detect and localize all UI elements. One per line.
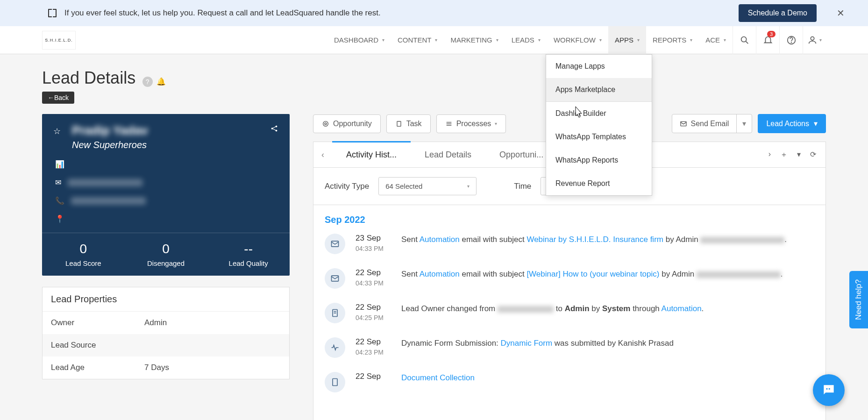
- feed-item: 22 Sep04:25 PM Lead Owner changed from t…: [325, 303, 814, 323]
- send-email-button[interactable]: Send Email ▾: [672, 114, 753, 133]
- chevron-down-icon: ▾: [467, 184, 470, 189]
- feed-text: Sent Automation email with subject Webin…: [401, 234, 787, 246]
- back-button[interactable]: ← Back: [42, 92, 74, 104]
- svg-point-3: [791, 42, 791, 43]
- link-subject[interactable]: Webinar by S.H.I.E.L.D. Insurance firm: [526, 235, 663, 244]
- tab-prev[interactable]: ‹: [313, 150, 332, 160]
- menu-dashlet-builder[interactable]: Dashlet Builder: [546, 101, 652, 125]
- apps-dropdown: Manage Lapps Apps Marketplace Dashlet Bu…: [546, 54, 652, 196]
- location-icon: 📍: [55, 214, 64, 223]
- processes-button[interactable]: Processes ▾: [436, 114, 506, 133]
- nav-leads[interactable]: LEADS▾: [505, 26, 547, 54]
- schedule-demo-button[interactable]: Schedule a Demo: [739, 4, 817, 22]
- chevron-down-icon: ▾: [382, 37, 384, 43]
- need-help-tab[interactable]: Need help?: [849, 271, 868, 328]
- mail-icon: [325, 234, 345, 254]
- clipboard-icon: [395, 120, 403, 128]
- lead-actions-button[interactable]: Lead Actions ▾: [758, 114, 826, 133]
- lead-properties-title: Lead Properties: [43, 287, 289, 312]
- activity-type-select[interactable]: 64 Selected▾: [378, 177, 477, 195]
- chevron-down-icon: ▾: [599, 37, 602, 43]
- tab-activity-history[interactable]: Activity Hist...: [332, 141, 411, 167]
- menu-manage-lapps[interactable]: Manage Lapps: [546, 55, 652, 78]
- stat-disengaged[interactable]: 0Disengaged: [125, 233, 207, 276]
- svg-line-1: [746, 41, 748, 43]
- link-subject[interactable]: [Webinar] How to (your webinar topic): [526, 270, 659, 278]
- nav-reports[interactable]: REPORTS▾: [646, 26, 699, 54]
- tab-next[interactable]: ›: [768, 150, 771, 160]
- send-email-dropdown[interactable]: ▾: [736, 114, 752, 133]
- feed-item: 22 Sep Document Collection: [325, 372, 814, 392]
- feed-text: Dynamic Form Submission: Dynamic Form wa…: [401, 337, 674, 349]
- book-icon: [47, 7, 58, 19]
- logo[interactable]: S.H.I.E.L.D.: [42, 31, 76, 50]
- nav-marketing[interactable]: MARKETING▾: [444, 26, 505, 54]
- mail-icon: [325, 268, 345, 289]
- doc-icon: [325, 303, 345, 323]
- time-label: Time: [514, 182, 531, 191]
- email-icon: ✉: [55, 178, 61, 187]
- menu-revenue-report[interactable]: Revenue Report: [546, 172, 652, 195]
- nav-workflow[interactable]: WORKFLOW▾: [547, 26, 608, 54]
- notification-badge: 3: [767, 31, 776, 37]
- feed-item: 22 Sep04:23 PM Dynamic Form Submission: …: [325, 337, 814, 358]
- tab-refresh[interactable]: ⟳: [810, 150, 816, 160]
- info-icon[interactable]: ?: [142, 77, 153, 87]
- chat-fab[interactable]: [813, 374, 845, 406]
- link-document-collection[interactable]: Document Collection: [401, 373, 475, 382]
- chevron-down-icon: ▾: [724, 37, 726, 43]
- chevron-down-icon: ▾: [435, 37, 437, 43]
- help-button[interactable]: [779, 26, 803, 54]
- activity-type-label: Activity Type: [325, 182, 369, 191]
- bell-small-icon[interactable]: 🔔: [157, 77, 166, 86]
- link-automation[interactable]: Automation: [420, 270, 460, 278]
- link-automation[interactable]: Automation: [420, 235, 460, 244]
- tab-lead-details[interactable]: Lead Details: [411, 142, 485, 168]
- banner-close-button[interactable]: ✕: [837, 7, 845, 19]
- stat-lead-score[interactable]: 0Lead Score: [42, 233, 125, 276]
- menu-apps-marketplace[interactable]: Apps Marketplace: [546, 78, 652, 101]
- chevron-down-icon: ▾: [496, 37, 498, 43]
- opportunity-button[interactable]: Opportunity: [313, 114, 381, 133]
- mail-icon: [680, 120, 687, 128]
- svg-point-9: [325, 123, 327, 125]
- menu-whatsapp-templates[interactable]: WhatsApp Templates: [546, 125, 652, 149]
- lead-phone[interactable]: [71, 197, 146, 205]
- chevron-down-icon: ▾: [690, 37, 692, 43]
- link-dynamic-form[interactable]: Dynamic Form: [501, 339, 553, 348]
- page-title: Lead Details: [42, 68, 135, 88]
- nav-dashboard[interactable]: DASHBOARD▾: [327, 26, 391, 54]
- chevron-down-icon: ▾: [495, 121, 497, 126]
- search-icon: [740, 35, 750, 45]
- chevron-down-icon: ▾: [538, 37, 541, 43]
- feed-item: 22 Sep04:33 PM Sent Automation email wit…: [325, 268, 814, 289]
- svg-point-22: [829, 388, 830, 390]
- svg-rect-20: [333, 379, 337, 386]
- prop-owner: OwnerAdmin: [43, 312, 289, 334]
- chevron-down-icon: ▾: [637, 37, 640, 43]
- doc-icon: [325, 372, 345, 392]
- feed-item: 23 Sep04:33 PM Sent Automation email wit…: [325, 234, 814, 254]
- menu-whatsapp-reports[interactable]: WhatsApp Reports: [546, 149, 652, 172]
- list-icon: [445, 120, 453, 128]
- stat-lead-quality[interactable]: --Lead Quality: [207, 233, 290, 276]
- notifications-button[interactable]: 3: [756, 26, 779, 54]
- feed-text: Document Collection: [401, 372, 475, 384]
- svg-point-0: [741, 36, 746, 42]
- nav-content[interactable]: CONTENT▾: [391, 26, 444, 54]
- link-automation[interactable]: Automation: [662, 304, 702, 313]
- chevron-down-icon: ▾: [819, 37, 822, 43]
- star-icon[interactable]: ☆: [53, 126, 61, 136]
- search-button[interactable]: [733, 26, 756, 54]
- lead-email[interactable]: [68, 179, 142, 186]
- task-button[interactable]: Task: [386, 114, 431, 133]
- lead-company: New Superheroes: [72, 140, 278, 150]
- tab-more[interactable]: ▾: [797, 150, 801, 160]
- profile-button[interactable]: ▾: [803, 26, 826, 54]
- svg-point-4: [811, 36, 814, 40]
- nav-ace[interactable]: ACE▾: [699, 26, 733, 54]
- svg-point-8: [323, 121, 328, 126]
- lead-card: ☆ Pradip Yadav New Superheroes 📊 ✉ 📞 📍 0…: [42, 114, 290, 276]
- nav-apps[interactable]: APPS▾: [608, 26, 646, 54]
- tab-add[interactable]: ＋: [780, 150, 788, 160]
